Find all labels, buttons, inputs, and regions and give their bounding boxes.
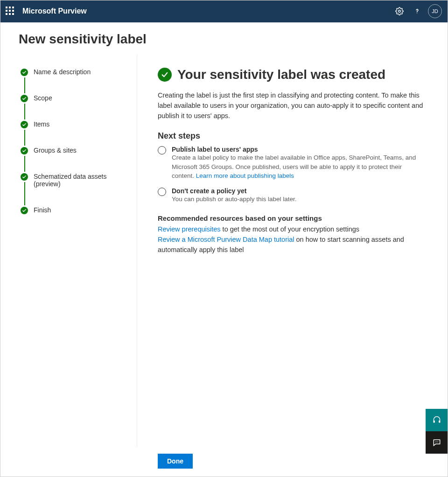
svg-rect-4 (439, 421, 440, 423)
svg-point-5 (435, 442, 436, 442)
svg-rect-3 (434, 421, 435, 423)
next-steps-heading: Next steps (158, 131, 427, 141)
option-description: Create a label policy to make the label … (172, 153, 424, 181)
learn-more-publishing-link[interactable]: Learn more about publishing labels (196, 172, 294, 179)
step-schematized-assets[interactable]: Schematized data assets (preview) (21, 173, 127, 206)
main-content: Your sensitivity label was created Creat… (137, 54, 448, 447)
wizard-sidebar: Name & description Scope Items Groups & … (0, 54, 137, 447)
step-name-description[interactable]: Name & description (21, 68, 127, 94)
option-publish-label[interactable]: Publish label to users' apps Create a la… (158, 146, 427, 181)
headset-icon (432, 415, 441, 425)
recommended-line-1: Review prerequisites to get the most out… (158, 224, 427, 234)
option-no-policy[interactable]: Don't create a policy yet You can publis… (158, 187, 427, 204)
gear-icon (395, 7, 404, 15)
option-title: Publish label to users' apps (172, 146, 424, 153)
success-title: Your sensitivity label was created (177, 67, 385, 82)
step-label: Name & description (34, 68, 91, 76)
step-groups-sites[interactable]: Groups & sites (21, 147, 127, 173)
step-label: Groups & sites (34, 147, 77, 154)
help-button[interactable] (410, 4, 425, 19)
option-title: Don't create a policy yet (172, 187, 296, 195)
step-label: Items (34, 120, 49, 128)
svg-point-6 (436, 442, 437, 442)
account-button[interactable]: JD (427, 4, 442, 19)
page-title: New sensitivity label (19, 32, 429, 47)
check-icon (21, 173, 28, 181)
top-bar: Microsoft Purview JD (0, 0, 448, 22)
step-scope[interactable]: Scope (21, 94, 127, 120)
footer-bar: Done (0, 447, 448, 475)
side-fab-group (426, 409, 448, 454)
data-map-tutorial-link[interactable]: Review a Microsoft Purview Data Map tuto… (158, 236, 294, 243)
check-icon (21, 207, 28, 214)
check-icon (21, 69, 28, 76)
step-finish[interactable]: Finish (21, 206, 127, 214)
step-label: Schematized data assets (preview) (34, 173, 106, 188)
svg-point-7 (438, 442, 439, 442)
chat-icon (432, 438, 441, 447)
help-icon (413, 7, 421, 15)
intro-text: Creating the label is just the first ste… (158, 91, 427, 121)
radio-icon[interactable] (158, 146, 166, 154)
step-label: Scope (34, 94, 52, 102)
option-description: You can publish or auto-apply this label… (172, 195, 296, 204)
app-launcher-icon[interactable] (6, 7, 15, 16)
recommended-line-2: Review a Microsoft Purview Data Map tuto… (158, 234, 427, 255)
check-icon (21, 121, 28, 128)
success-check-icon (158, 68, 172, 82)
radio-icon[interactable] (158, 188, 166, 196)
feedback-fab[interactable] (426, 431, 448, 454)
review-prerequisites-link[interactable]: Review prerequisites (158, 225, 221, 233)
step-items[interactable]: Items (21, 120, 127, 147)
svg-point-2 (417, 13, 418, 14)
support-fab[interactable] (426, 409, 448, 431)
brand-title: Microsoft Purview (22, 7, 389, 15)
page-title-bar: New sensitivity label (0, 22, 448, 54)
step-label: Finish (34, 206, 51, 214)
recommended-heading: Recommended resources based on your sett… (158, 214, 427, 222)
done-button[interactable]: Done (158, 454, 193, 469)
svg-point-0 (399, 10, 401, 13)
check-icon (21, 147, 28, 154)
settings-button[interactable] (392, 4, 407, 19)
avatar: JD (428, 4, 442, 18)
check-icon (21, 95, 28, 102)
